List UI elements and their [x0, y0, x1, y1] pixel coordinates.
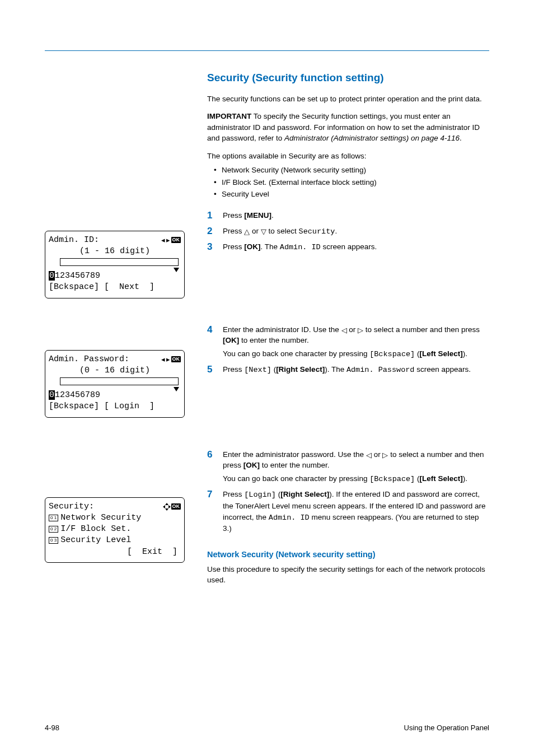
left-triangle-icon: ◂ — [161, 236, 165, 244]
security-menu-panel: Security: OK 0 1Network Security 0 2I/F … — [45, 497, 185, 563]
option-item: Network Security (Network security setti… — [214, 165, 489, 176]
important-ref: Administrator (Administrator settings) o… — [284, 134, 460, 142]
step-6-sub: You can go back one character by pressin… — [223, 473, 489, 485]
panel-input-box — [60, 258, 179, 266]
left-triangle-icon: ◁ — [366, 451, 372, 459]
ok-key: [OK] — [243, 461, 260, 469]
panel-softkeys: [Bckspace] [ Login ] — [49, 401, 181, 412]
login-softkey: [Login] — [244, 491, 276, 499]
left-softkey: [Bckspace] — [49, 402, 99, 411]
security-menu-name: Security — [299, 227, 335, 236]
menu-item-1: 0 1Network Security — [49, 512, 181, 524]
ok-icon: OK — [171, 237, 181, 243]
bckspace-softkey: [Bckspace] — [369, 350, 415, 358]
right-triangle-icon: ▸ — [166, 356, 170, 363]
panel-title: Security: — [49, 501, 94, 512]
important-label: IMPORTANT — [207, 112, 251, 120]
step-text: or — [250, 227, 261, 235]
panel-title: Admin. Password: — [49, 354, 129, 365]
step-text: Press — [223, 365, 244, 374]
page-number: 4-98 — [45, 723, 59, 734]
step-2: Press △ or ▽ to select Security. — [207, 226, 489, 237]
subsection-title: Network Security (Network security setti… — [207, 549, 489, 561]
menu-item-number: 0 1 — [49, 515, 58, 521]
admin-password-panel: Admin. Password: ◂ ▸ OK (0 - 16 digit) 0… — [45, 350, 185, 418]
step-text: to select a number and then press — [363, 325, 480, 334]
remaining-digits: 123456789 — [55, 271, 100, 281]
step-1: Press [MENU]. — [207, 210, 489, 221]
step-text: or — [347, 325, 358, 334]
remaining-digits: 123456789 — [55, 390, 100, 400]
nav-cross-icon — [163, 503, 170, 510]
step-text: Press — [223, 490, 244, 498]
section-title: Security (Security function setting) — [207, 70, 489, 86]
right-softkey: [ Login ] — [104, 402, 154, 411]
panel-title: Admin. ID: — [49, 235, 99, 246]
step-3: Press [OK]. The Admin. ID screen appears… — [207, 241, 489, 253]
page-main: Security (Security function setting) The… — [45, 70, 489, 592]
panel-digit-row: 0123456789 — [49, 390, 181, 401]
left-triangle-icon: ◂ — [161, 356, 165, 363]
admin-id-screen-name: Admin. ID — [269, 514, 310, 522]
footer-section-name: Using the Operation Panel — [404, 723, 489, 734]
header-rule — [45, 50, 489, 51]
admin-password-screen-name: Admin. Password — [346, 366, 415, 374]
step-text: ). — [463, 349, 467, 358]
step-text: You can go back one character by pressin… — [223, 474, 369, 483]
menu-item-label: I/F Block Set. — [60, 524, 131, 534]
up-triangle-icon: △ — [244, 228, 250, 235]
step-6: Enter the administrator password. Use th… — [207, 449, 489, 485]
important-dot: . — [460, 134, 462, 142]
right-select-key: [Right Select] — [276, 365, 325, 374]
admin-id-panel: Admin. ID: ◂ ▸ OK (1 - 16 digit) 0123456… — [45, 231, 185, 298]
right-select-key: [Right Select] — [280, 490, 329, 498]
step-text: screen appears. — [414, 365, 471, 374]
step-text: Press — [223, 242, 244, 251]
right-triangle-icon: ▷ — [358, 326, 363, 334]
left-select-key: [Left Select] — [419, 349, 462, 358]
step-text: to enter the number. — [260, 461, 330, 469]
step-text: ). — [463, 474, 467, 483]
panel-softkeys: [Bckspace] [ Next ] — [49, 282, 181, 293]
options-list: Network Security (Network security setti… — [214, 165, 489, 200]
left-select-key: [Left Select] — [419, 474, 462, 483]
panel-nav-icons: ◂ ▸ OK — [161, 356, 181, 363]
option-item: Security Level — [214, 189, 489, 200]
step-text: ( — [271, 365, 276, 374]
step-text: to enter the number. — [239, 336, 309, 344]
bckspace-softkey: [Bckspace] — [369, 475, 415, 483]
right-softkey: [ Exit ] — [127, 547, 177, 557]
step-text: screen appears. — [321, 242, 377, 251]
subsection-body: Use this procedure to specify the securi… — [207, 564, 489, 586]
important-paragraph: IMPORTANT To specify the Security functi… — [207, 111, 489, 144]
step-text: Press — [223, 227, 244, 235]
next-softkey: [Next] — [244, 366, 271, 374]
menu-item-label: Security Level — [60, 535, 131, 545]
panel-softkeys: [ Exit ] — [49, 547, 181, 558]
step-text: ). The — [325, 365, 346, 374]
left-triangle-icon: ◁ — [341, 326, 347, 334]
panel-input-box — [60, 377, 179, 385]
option-item: I/F Block Set. (External interface block… — [214, 177, 489, 188]
cursor-digit: 0 — [49, 271, 55, 281]
step-4-sub: You can go back one character by pressin… — [223, 348, 489, 360]
down-triangle-icon: ▽ — [261, 228, 266, 235]
step-text: Enter the administrator password. Use th… — [223, 450, 366, 459]
ok-icon: OK — [171, 503, 181, 510]
panel-range: (1 - 16 digit) — [49, 246, 181, 257]
step-text: Enter the administrator ID. Use the — [223, 325, 341, 334]
step-text: ( — [276, 490, 280, 498]
step-text: . — [271, 211, 274, 220]
admin-id-screen-name: Admin. ID — [280, 243, 321, 251]
step-text: . The — [261, 242, 280, 251]
step-text: or — [372, 450, 383, 459]
options-intro: The options available in Security are as… — [207, 151, 489, 162]
step-text: to select — [266, 227, 299, 235]
menu-item-number: 0 2 — [49, 526, 58, 533]
cursor-digit: 0 — [49, 390, 55, 400]
right-triangle-icon: ▷ — [382, 451, 388, 459]
panel-nav-icons: OK — [163, 503, 181, 510]
panel-range: (0 - 16 digit) — [49, 365, 181, 376]
panel-digit-row: 0123456789 — [49, 270, 181, 282]
step-text: . — [335, 227, 337, 235]
